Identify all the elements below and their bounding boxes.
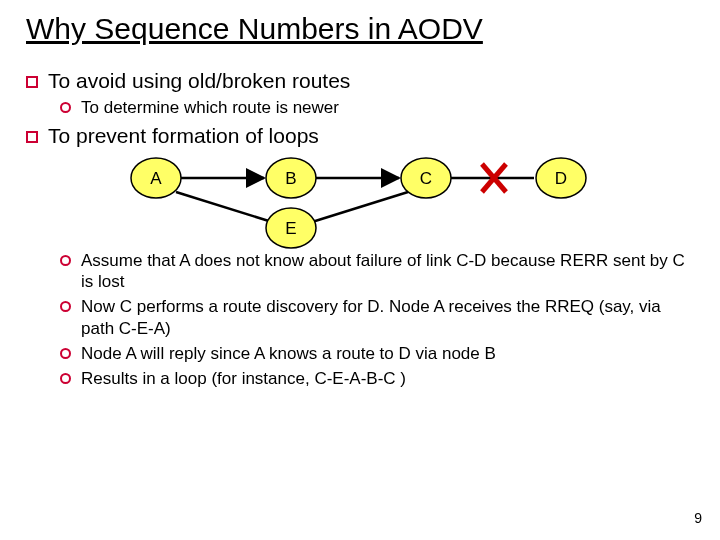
node-label: C xyxy=(420,169,432,188)
node-label: B xyxy=(285,169,296,188)
circle-bullet-icon xyxy=(60,373,71,384)
node-C: C xyxy=(401,158,451,198)
node-E: E xyxy=(266,208,316,248)
circle-bullet-icon xyxy=(60,348,71,359)
bullet-text: To prevent formation of loops xyxy=(48,124,694,148)
edge-C-E xyxy=(312,192,408,222)
bullet-route-discovery: Now C performs a route discovery for D. … xyxy=(60,296,694,339)
bullet-node-a-reply: Node A will reply since A knows a route … xyxy=(60,343,694,364)
slide: Why Sequence Numbers in AODV To avoid us… xyxy=(0,0,720,540)
square-bullet-icon xyxy=(26,76,38,88)
square-bullet-icon xyxy=(26,131,38,143)
bullet-results-loop: Results in a loop (for instance, C-E-A-B… xyxy=(60,368,694,389)
bullet-text: Now C performs a route discovery for D. … xyxy=(81,296,694,339)
node-B: B xyxy=(266,158,316,198)
edge-A-E xyxy=(176,192,272,222)
diagram-svg: A B C D E xyxy=(26,150,686,260)
node-D: D xyxy=(536,158,586,198)
circle-bullet-icon xyxy=(60,301,71,312)
bullet-text: Node A will reply since A knows a route … xyxy=(81,343,694,364)
bullet-avoid-old-routes: To avoid using old/broken routes xyxy=(26,69,694,93)
page-number: 9 xyxy=(694,510,702,526)
bullet-text: To avoid using old/broken routes xyxy=(48,69,694,93)
circle-bullet-icon xyxy=(60,102,71,113)
slide-title: Why Sequence Numbers in AODV xyxy=(26,12,694,51)
bullet-prevent-loops: To prevent formation of loops xyxy=(26,124,694,148)
node-A: A xyxy=(131,158,181,198)
bullet-text: To determine which route is newer xyxy=(81,97,694,118)
node-label: E xyxy=(285,219,296,238)
bullet-determine-newer: To determine which route is newer xyxy=(60,97,694,118)
node-label: D xyxy=(555,169,567,188)
bullet-text: Results in a loop (for instance, C-E-A-B… xyxy=(81,368,694,389)
node-label: A xyxy=(150,169,162,188)
loop-diagram: A B C D E xyxy=(26,150,694,260)
